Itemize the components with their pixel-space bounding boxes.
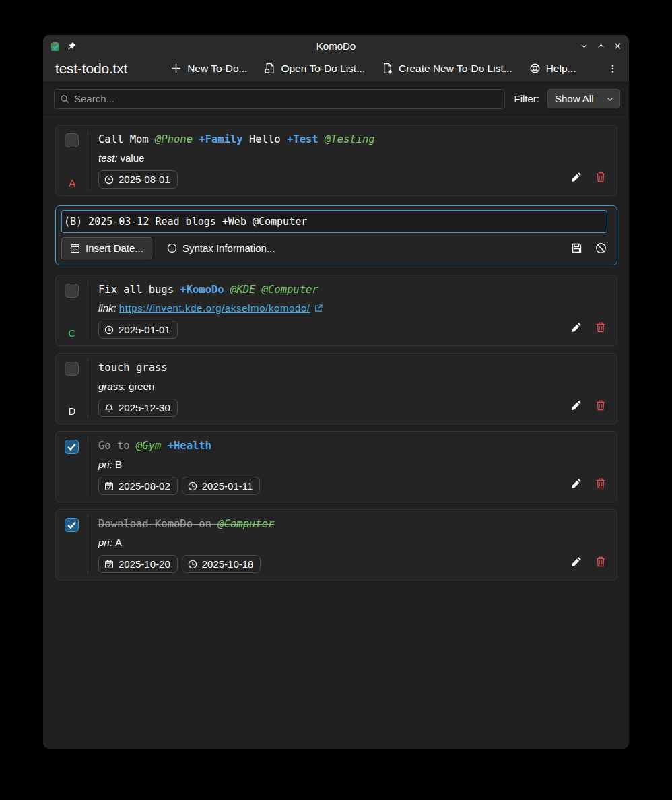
document-new-icon xyxy=(382,63,393,74)
todo-checkbox[interactable] xyxy=(65,133,79,147)
todo-checkbox[interactable] xyxy=(65,362,79,376)
window-title: KomoDo xyxy=(43,40,629,52)
metadata-link[interactable]: https://invent.kde.org/akselmo/komodo/ xyxy=(119,302,310,314)
todo-card: Go to @Gym +Healthpri: B2025-08-022025-0… xyxy=(55,431,617,502)
todo-checkbox[interactable] xyxy=(65,284,79,298)
toolbar-button-create-new-to-do-list[interactable]: Create New To-Do List... xyxy=(382,63,512,75)
date-badge: 2025-01-01 xyxy=(98,321,178,339)
filter-label: Filter: xyxy=(514,93,540,104)
todo-text-segment-plain: Call Mom xyxy=(98,133,155,145)
metadata-key: link: xyxy=(98,302,119,314)
todo-card: ACall Mom @Phone +Family Hello +Test @Te… xyxy=(55,125,617,196)
calendar-icon xyxy=(70,243,80,253)
metadata-value: green xyxy=(129,380,154,392)
todo-text-segment-plain xyxy=(193,133,199,145)
bell-icon xyxy=(104,403,114,413)
badge-date: 2025-12-30 xyxy=(119,402,170,413)
badge-date: 2025-01-11 xyxy=(202,480,253,492)
search-input[interactable]: Search... xyxy=(54,89,505,109)
plus-icon xyxy=(170,63,182,74)
todo-text-segment-project: +Family xyxy=(199,133,242,145)
todo-text-segment-context: @Gym xyxy=(136,440,161,452)
toolbar-button-help[interactable]: Help... xyxy=(529,63,576,75)
toolbar: test-todo.txt New To-Do...Open To-Do Lis… xyxy=(43,57,629,83)
delete-icon[interactable] xyxy=(595,556,607,568)
clock-icon xyxy=(188,560,197,569)
badge-date: 2025-01-01 xyxy=(119,324,170,335)
cancel-icon[interactable] xyxy=(595,242,607,254)
todo-text-segment-plain: Go to xyxy=(98,440,136,452)
priority-label: C xyxy=(56,327,88,339)
toolbar-button-open-to-do-list[interactable]: Open To-Do List... xyxy=(264,63,365,75)
date-badge: 2025-12-30 xyxy=(98,399,178,417)
toolbar-button-label: New To-Do... xyxy=(187,63,247,75)
todo-text-segment-plain xyxy=(318,133,325,145)
calendar-check-icon xyxy=(104,481,114,491)
calendar-check-icon xyxy=(104,560,114,569)
save-icon[interactable] xyxy=(571,242,582,254)
date-badge: 2025-01-11 xyxy=(182,477,261,495)
document-open-icon xyxy=(264,63,275,74)
delete-icon[interactable] xyxy=(595,171,607,183)
metadata-value: value xyxy=(121,152,145,164)
delete-icon[interactable] xyxy=(595,477,607,490)
todo-text-segment-plain xyxy=(224,284,230,296)
clock-icon xyxy=(104,325,114,335)
todo-checkbox[interactable] xyxy=(65,518,79,532)
help-buoy-icon xyxy=(529,63,541,74)
todo-text-segment-project: +Health xyxy=(168,440,211,452)
edit-icon[interactable] xyxy=(570,171,582,183)
todo-text-segment-project: +Test xyxy=(287,133,318,145)
todo-card: CFix all bugs +KomoDo @KDE @Computerlink… xyxy=(55,275,617,346)
edit-icon[interactable] xyxy=(570,399,582,411)
priority-label: A xyxy=(56,177,88,189)
edit-icon[interactable] xyxy=(570,556,582,568)
todo-edit-input[interactable]: (B) 2025-03-12 Read blogs +Web @Computer xyxy=(61,210,607,233)
filter-value: Show All xyxy=(555,93,594,104)
date-badge: 2025-08-01 xyxy=(98,170,178,189)
metadata-key: grass: xyxy=(98,380,129,392)
todo-checkbox[interactable] xyxy=(65,440,79,454)
close-button[interactable] xyxy=(613,42,622,51)
badge-date: 2025-10-18 xyxy=(202,558,254,570)
priority-label: D xyxy=(56,405,88,417)
file-label: test-todo.txt xyxy=(55,61,127,77)
badge-date: 2025-08-02 xyxy=(119,480,170,492)
insert-date-button[interactable]: Insert Date... xyxy=(61,237,152,259)
info-icon xyxy=(167,243,177,253)
clock-icon xyxy=(104,175,114,185)
metadata-key: pri: xyxy=(98,459,115,470)
todo-list: ACall Mom @Phone +Family Hello +Test @Te… xyxy=(43,115,629,749)
overflow-menu-button[interactable] xyxy=(607,63,618,74)
date-badge: 2025-08-02 xyxy=(98,477,178,495)
maximize-button[interactable] xyxy=(597,42,605,51)
search-placeholder: Search... xyxy=(74,93,114,104)
todo-text-segment-plain xyxy=(161,440,167,452)
todo-text-segment-plain: Download KomoDo on xyxy=(98,518,217,530)
todo-card: Dtouch grassgrass: green2025-12-30 xyxy=(55,353,617,424)
todo-editor-card: (B) 2025-03-12 Read blogs +Web @Computer… xyxy=(55,205,617,265)
app-window: KomoDo test-todo.txt New To-Do...Open To… xyxy=(43,35,629,749)
toolbar-button-label: Open To-Do List... xyxy=(281,63,365,75)
metadata-key: pri: xyxy=(98,537,115,548)
todo-card: Download KomoDo on @Computerpri: A2025-1… xyxy=(55,509,617,580)
titlebar: KomoDo xyxy=(43,35,629,57)
todo-text-segment-context: @Computer xyxy=(262,284,318,296)
toolbar-button-new-to-do[interactable]: New To-Do... xyxy=(170,63,247,75)
date-badge: 2025-10-18 xyxy=(182,555,261,573)
todo-text-segment-plain xyxy=(255,284,261,296)
minimize-button[interactable] xyxy=(580,42,589,51)
todo-text-segment-plain: touch grass xyxy=(98,362,168,374)
todo-text-segment-context: @Testing xyxy=(325,133,375,145)
delete-icon[interactable] xyxy=(595,321,607,333)
toolbar-button-label: Help... xyxy=(546,63,576,75)
filter-dropdown[interactable]: Show All xyxy=(547,89,620,108)
external-link-icon[interactable] xyxy=(314,304,323,313)
delete-icon[interactable] xyxy=(595,399,607,411)
metadata-value: B xyxy=(115,459,122,470)
syntax-information-button[interactable]: Syntax Information... xyxy=(167,242,275,254)
edit-icon[interactable] xyxy=(570,321,582,333)
edit-icon[interactable] xyxy=(570,477,582,490)
todo-text-segment-plain: Hello xyxy=(243,133,287,145)
metadata-key: test: xyxy=(98,152,121,164)
